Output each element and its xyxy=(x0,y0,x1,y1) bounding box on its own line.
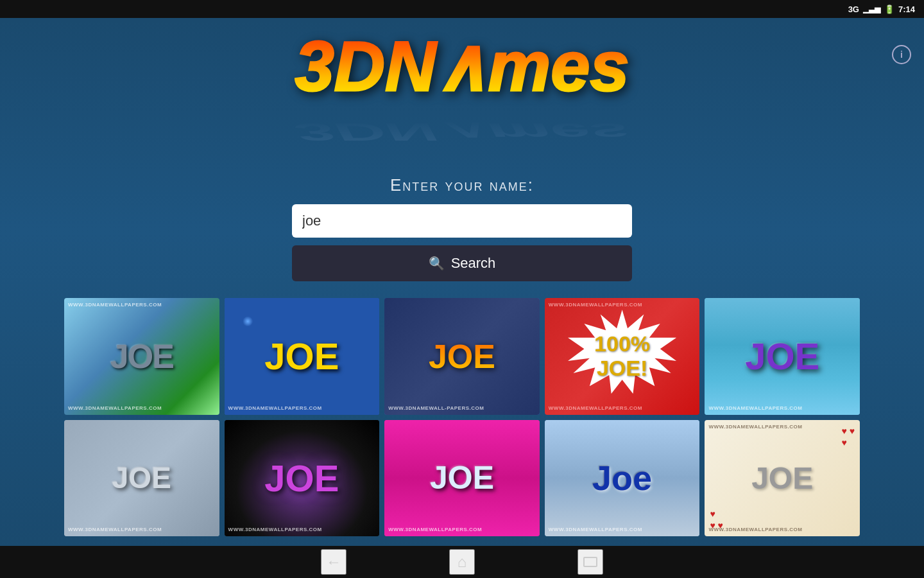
watermark: WWW.3DNAMEWALLPAPERS.COM xyxy=(549,302,642,308)
grid-item-inner: WWW.3DNAMEWALLPAPERS.COM Joe WWW.3DNAMEW… xyxy=(545,420,700,537)
grid-item-inner: WWW.3DNAMEWALLPAPERS.COM JOE WWW.3DNAMEW… xyxy=(225,420,380,537)
logo-wrapper: 3DN∧mes 3DN∧mes xyxy=(295,31,629,162)
battery-icon: 🔋 xyxy=(884,4,894,14)
time-display: 7:14 xyxy=(898,4,915,14)
recents-button[interactable] xyxy=(578,549,603,575)
enter-name-label: Enter your name: xyxy=(0,175,924,195)
logo-reflection: 3DN∧mes xyxy=(295,119,629,144)
grid-item[interactable]: WWW.3DNAMEWALLPAPERS.COM JOE WWW.3DNAMEW… xyxy=(64,298,219,415)
grid-item-inner: WWW.3DNAMEWALLPAPERS.COM JOE WWW.3DNAMEW… xyxy=(64,298,219,415)
search-icon: 🔍 xyxy=(429,256,445,271)
name-display: 100%JOE! xyxy=(594,332,650,380)
grid-item[interactable]: WWW.3DNAMEWALLPAPERS.COM JOE WWW.3DNAMEW… xyxy=(225,298,380,415)
grid-item[interactable]: WWW.3DNAMEWALLPAPERS.COM 100%JOE! WWW.3D… xyxy=(545,298,700,415)
app-logo: 3DN∧mes xyxy=(295,31,629,101)
grid-item-inner: WWW.3DNAMEWALLPAPERS.COM ♥ ♥♥ ♥♥ ♥ JOE W… xyxy=(705,420,860,537)
name-input[interactable] xyxy=(292,204,632,238)
watermark-bottom: WWW.3DNAMEWALLPAPERS.COM xyxy=(68,405,162,411)
watermark-bottom: WWW.3DNAMEWALLPAPERS.COM xyxy=(549,405,642,411)
nav-bar: ← ⌂ xyxy=(0,546,924,578)
info-icon: i xyxy=(900,49,903,60)
grid-item[interactable]: WWW.3DNAMEWALLPAPERS.COM JOE WWW.3DNAMEW… xyxy=(705,298,860,415)
grid-item[interactable]: WWW.3DNAMEWALLPAPERS.COM Joe WWW.3DNAMEW… xyxy=(545,420,700,537)
name-display: JOE xyxy=(429,337,495,376)
grid-item[interactable]: WWW.3DNAMEWALLPAPERS.COM JOE WWW.3DNAMEW… xyxy=(64,420,219,537)
grid-item-inner: WWW.3DNAMEWALLPAPERS.COM JOE WWW.3DNAMEW… xyxy=(384,420,540,537)
name-display: JOE xyxy=(110,337,173,376)
watermark-bottom: WWW.3DNAMEWALLPAPERS.COM xyxy=(388,527,482,532)
back-button[interactable]: ← xyxy=(321,549,346,575)
name-display: JOE xyxy=(264,457,339,500)
search-button-label: Search xyxy=(451,255,496,272)
grid-item-inner: WWW.3DNAMEWALLPAPERS.COM JOE WWW.3DNAMEW… xyxy=(705,298,860,415)
name-display: JOE xyxy=(751,460,813,496)
watermark-bottom: WWW.3DNAMEWALLPAPERS.COM xyxy=(228,527,322,532)
watermark-bottom: WWW.3DNAMEWALLPAPERS.COM xyxy=(708,527,802,532)
name-display: JOE xyxy=(112,460,171,495)
image-grid: WWW.3DNAMEWALLPAPERS.COM JOE WWW.3DNAMEW… xyxy=(0,288,924,547)
home-icon: ⌂ xyxy=(458,553,467,571)
name-display: JOE xyxy=(430,459,494,496)
watermark-bottom: WWW.3DNAMEWALLPAPERS.COM xyxy=(549,527,642,532)
watermark-bottom: WWW.3DNAMEWALLPAPERS.COM xyxy=(228,405,322,411)
grid-item-inner: WWW.3DNAMEWALLPAPERS.COM JOE WWW.3DNAMEW… xyxy=(384,298,540,415)
recents-icon xyxy=(583,557,597,567)
watermark-bottom: WWW.3DNAMEWALLPAPERS.COM xyxy=(708,405,802,411)
signal-bars-icon: ▁▃▅ xyxy=(863,4,880,13)
watermark-bottom: WWW.3DNAMEWALL-PAPERS.COM xyxy=(388,405,484,411)
grid-item[interactable]: WWW.3DNAMEWALLPAPERS.COM JOE WWW.3DNAMEW… xyxy=(384,298,540,415)
main-content: 3DN∧mes 3DN∧mes Enter your name: 🔍 Searc… xyxy=(0,18,924,546)
name-display: JOE xyxy=(745,335,819,378)
grid-item-inner: WWW.3DNAMEWALLPAPERS.COM JOE WWW.3DNAMEW… xyxy=(225,298,380,415)
home-button[interactable]: ⌂ xyxy=(449,549,475,575)
watermark-bottom: WWW.3DNAMEWALLPAPERS.COM xyxy=(68,527,162,532)
grid-item[interactable]: WWW.3DNAMEWALLPAPERS.COM ♥ ♥♥ ♥♥ ♥ JOE W… xyxy=(705,420,860,537)
signal-icon: 3G xyxy=(848,4,859,14)
grid-item[interactable]: WWW.3DNAMEWALLPAPERS.COM JOE WWW.3DNAMEW… xyxy=(384,420,540,537)
watermark: WWW.3DNAMEWALLPAPERS.COM xyxy=(68,302,162,308)
grid-item-inner: WWW.3DNAMEWALLPAPERS.COM JOE WWW.3DNAMEW… xyxy=(64,420,219,537)
name-display: JOE xyxy=(264,335,339,378)
name-display: Joe xyxy=(592,458,652,498)
search-button[interactable]: 🔍 Search xyxy=(292,245,632,281)
info-button[interactable]: i xyxy=(892,45,911,64)
back-icon: ← xyxy=(326,553,341,571)
status-info: 3G ▁▃▅ 🔋 7:14 xyxy=(848,4,915,14)
watermark: WWW.3DNAMEWALLPAPERS.COM xyxy=(708,424,802,430)
enter-name-section: Enter your name: 🔍 Search xyxy=(0,175,924,281)
status-bar: 3G ▁▃▅ 🔋 7:14 xyxy=(0,0,924,18)
grid-item-inner: WWW.3DNAMEWALLPAPERS.COM 100%JOE! WWW.3D… xyxy=(545,298,700,415)
logo-container: 3DN∧mes 3DN∧mes xyxy=(295,31,629,162)
grid-item[interactable]: WWW.3DNAMEWALLPAPERS.COM JOE WWW.3DNAMEW… xyxy=(225,420,380,537)
